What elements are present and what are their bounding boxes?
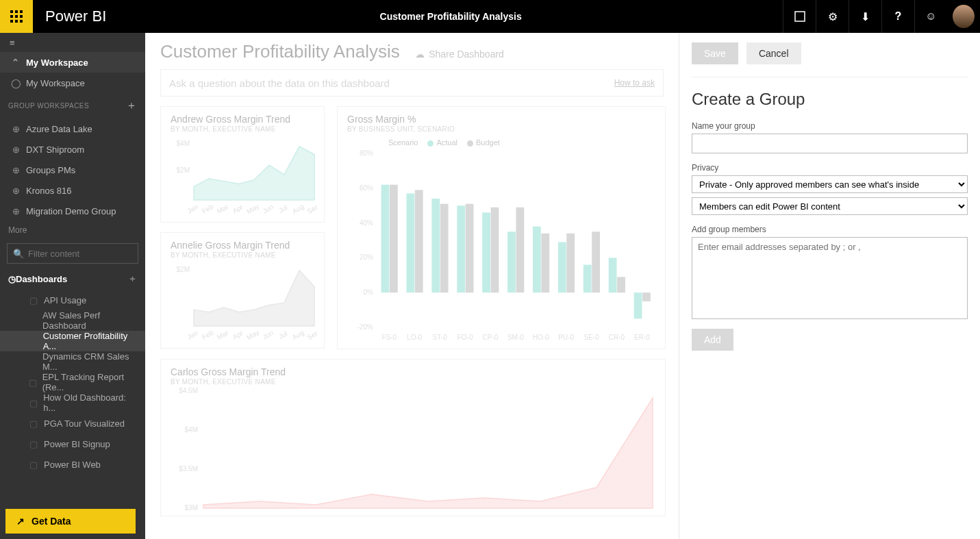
qa-box[interactable]: Ask a question about the data on this da…	[160, 69, 664, 97]
sidebar-group-item[interactable]: ⊕DXT Shiproom	[0, 139, 145, 160]
add-dashboard-icon[interactable]: ＋	[128, 273, 137, 285]
sidebar-label: Migration Demo Group	[26, 206, 116, 216]
howto-link[interactable]: How to ask	[614, 78, 655, 88]
svg-rect-2	[20, 10, 23, 13]
save-button[interactable]: Save	[692, 42, 738, 64]
svg-rect-61	[583, 265, 592, 293]
get-data-icon: ↗	[16, 516, 25, 527]
sidebar-label: Customer Profitability A...	[43, 331, 137, 351]
group-name-input[interactable]	[692, 134, 968, 153]
privacy-label: Privacy	[692, 163, 968, 173]
tile-carlos[interactable]: Carlos Gross Margin Trend BY MONTH, EXEC…	[160, 359, 666, 516]
sidebar-more[interactable]: More	[0, 221, 145, 239]
svg-text:FS-0: FS-0	[382, 334, 397, 341]
share-dashboard-button[interactable]: ☁ Share Dashboard	[415, 49, 504, 60]
svg-text:$4M: $4M	[177, 140, 190, 147]
group-icon: ⊕	[8, 206, 23, 216]
search-icon: 🔍	[13, 249, 24, 259]
svg-text:Sep: Sep	[306, 329, 317, 341]
sidebar-group-item[interactable]: ⊕Migration Demo Group	[0, 201, 145, 221]
sidebar-dashboard-item[interactable]: ▢Power BI Web	[0, 454, 145, 475]
sidebar-my-workspace-expand[interactable]: ˄ My Workspace	[0, 52, 145, 73]
svg-text:Jun: Jun	[262, 203, 275, 215]
get-data-label: Get Data	[32, 516, 71, 527]
svg-rect-47	[466, 204, 474, 293]
qa-placeholder: Ask a question about the data on this da…	[169, 77, 390, 89]
sidebar-toggle[interactable]: ≡	[0, 33, 145, 52]
sidebar-dashboard-item[interactable]: ▢EPL Tracking Report (Re...	[0, 372, 145, 392]
share-icon: ☁	[415, 49, 425, 60]
svg-text:CR-0: CR-0	[609, 334, 625, 341]
dashboards-icon: ◷	[8, 274, 16, 284]
feedback-button[interactable]: ☺	[914, 0, 947, 33]
sidebar-section-dashboards[interactable]: ◷Dashboards ＋	[0, 268, 145, 290]
sidebar-group-item[interactable]: ⊕Azure Data Lake	[0, 118, 145, 139]
tile-annelie[interactable]: Annelie Gross Margin Trend BY MONTH, EXE…	[160, 232, 325, 349]
permissions-select[interactable]: Members can edit Power BI content	[692, 197, 968, 215]
download-icon: ⬇	[861, 10, 870, 23]
download-button[interactable]: ⬇	[849, 0, 881, 33]
svg-rect-46	[457, 205, 465, 292]
add-group-icon[interactable]: ＋	[126, 99, 138, 113]
svg-text:40%: 40%	[360, 219, 373, 227]
privacy-select[interactable]: Private - Only approved members can see …	[692, 175, 968, 193]
chart-annelie: $2MJanFebMarAprMayJunJulAugSep	[171, 259, 317, 341]
app-launcher-button[interactable]	[0, 0, 33, 33]
sidebar-dashboard-item[interactable]: ▢API Usage	[0, 290, 145, 310]
settings-button[interactable]: ⚙	[816, 0, 849, 33]
svg-text:Aug: Aug	[291, 329, 305, 341]
group-icon: ⊕	[8, 165, 23, 175]
dashboard-icon: ▢	[26, 460, 41, 470]
tile-andrew[interactable]: Andrew Gross Margin Trend BY MONTH, EXEC…	[160, 106, 325, 223]
svg-rect-1	[15, 10, 18, 13]
create-group-panel: Save Cancel Create a Group Name your gro…	[679, 33, 980, 539]
svg-text:PU-0: PU-0	[558, 334, 574, 341]
fullscreen-button[interactable]	[783, 0, 816, 33]
help-icon: ?	[895, 10, 902, 23]
help-button[interactable]: ?	[881, 0, 914, 33]
add-button[interactable]: Add	[692, 329, 733, 351]
filter-input[interactable]	[28, 249, 143, 259]
cancel-button[interactable]: Cancel	[746, 42, 801, 64]
svg-text:Apr: Apr	[231, 329, 245, 341]
svg-rect-64	[609, 258, 617, 292]
sidebar-dashboard-item[interactable]: AW Sales Perf Dashboard	[0, 310, 145, 331]
svg-text:$2M: $2M	[177, 266, 190, 273]
sidebar-dashboard-item[interactable]: Dynamics CRM Sales M...	[0, 351, 145, 372]
chevron-up-icon: ˄	[5, 58, 27, 68]
svg-text:$2M: $2M	[177, 166, 190, 174]
group-icon: ⊕	[8, 186, 23, 196]
svg-rect-8	[20, 20, 23, 23]
sidebar-dashboard-item[interactable]: Customer Profitability A...	[0, 331, 145, 351]
sidebar-group-item[interactable]: ⊕Groups PMs	[0, 160, 145, 180]
svg-rect-5	[20, 15, 23, 18]
sidebar-dashboard-item[interactable]: ▢PGA Tour Visualized	[0, 413, 145, 434]
svg-text:CP-0: CP-0	[483, 334, 499, 341]
svg-text:$3.5M: $3.5M	[179, 465, 198, 473]
members-input[interactable]	[692, 237, 968, 319]
tile-gross-margin[interactable]: Gross Margin % BY BUSINESS UNIT, SCENARI…	[337, 106, 666, 349]
sidebar-dashboard-item[interactable]: ▢Power BI Signup	[0, 434, 145, 454]
svg-rect-9	[795, 12, 805, 21]
svg-rect-65	[617, 277, 625, 292]
dashboard-icon: ▢	[26, 377, 40, 388]
svg-rect-0	[10, 10, 13, 13]
get-data-button[interactable]: ↗ Get Data	[5, 509, 136, 534]
sidebar-my-workspace[interactable]: ◯ My Workspace	[0, 73, 145, 93]
svg-text:Feb: Feb	[201, 329, 215, 341]
sidebar-label: PGA Tour Visualized	[44, 418, 125, 429]
sidebar-label: Dynamics CRM Sales M...	[42, 351, 137, 372]
dashboard-title: Customer Profitability Analysis	[160, 41, 400, 62]
svg-rect-4	[15, 15, 18, 18]
filter-content-box[interactable]: 🔍	[7, 243, 138, 264]
panel-heading: Create a Group	[692, 90, 968, 109]
svg-rect-43	[431, 199, 440, 292]
svg-text:Mar: Mar	[216, 329, 230, 341]
sidebar-group-item[interactable]: ⊕Kronos 816	[0, 180, 145, 201]
tile-subtitle: BY MONTH, EXECUTIVE NAME	[171, 125, 314, 133]
topbar: Power BI Customer Profitability Analysis…	[0, 0, 980, 33]
sidebar-dashboard-item[interactable]: ▢How Old Dashboard: h...	[0, 392, 145, 413]
profile-button[interactable]	[947, 0, 980, 33]
brand-label: Power BI	[33, 8, 118, 25]
svg-text:SM-0: SM-0	[507, 334, 524, 341]
